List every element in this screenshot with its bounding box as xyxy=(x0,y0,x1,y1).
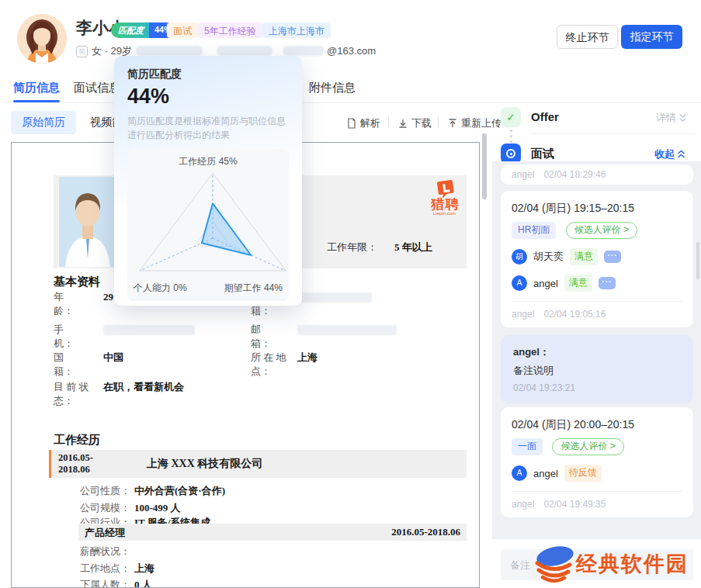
watermark-logo-icon xyxy=(533,543,574,585)
redacted-phone xyxy=(103,325,195,335)
candidate-eval-link[interactable]: 候选人评价 > xyxy=(552,438,623,455)
stage-round-tag: HR初面 xyxy=(512,222,556,239)
offer-details-label: 详情 xyxy=(656,111,676,125)
redacted-registry xyxy=(297,292,372,303)
liepin-logo-domain: Liepin.com xyxy=(433,211,456,216)
interviewer-row: A angel 满意 ··· xyxy=(512,275,682,292)
field-value-location: 上海 xyxy=(297,351,318,365)
timeline-log-card: angel 02/04 18:29:46 xyxy=(501,164,693,185)
parse-action[interactable]: 解析 xyxy=(346,116,380,130)
work-entry-period: 2016.05- 2018.06 xyxy=(58,452,93,476)
watermark: 经典软件园 xyxy=(533,541,699,586)
interviewer-row: 胡 胡天奕 满意 ··· xyxy=(512,248,682,265)
redacted-info xyxy=(136,46,203,56)
redacted-info xyxy=(217,46,272,56)
comment-bubble-icon[interactable]: ··· xyxy=(599,277,616,289)
radar-label-right: 期望工作 44% xyxy=(224,282,283,295)
active-tab-indicator xyxy=(13,100,60,102)
radar-chart xyxy=(132,168,293,282)
feedback-status-badge: 满意 xyxy=(564,275,592,292)
field-label-email: 邮 箱： xyxy=(251,323,297,351)
offer-details-toggle[interactable]: 详情 xyxy=(656,111,687,125)
company-type-value: 中外合营(合资·合作) xyxy=(134,484,225,498)
tab-interview-info[interactable]: 面试信息 xyxy=(74,81,120,95)
field-label-age: 年 龄： xyxy=(54,290,100,318)
assign-stage-button[interactable]: 指定环节 xyxy=(621,25,682,49)
basic-info-title: 基本资料 xyxy=(54,275,100,289)
main-scrollbar-thumb[interactable] xyxy=(482,133,487,199)
interviewer-name: angel xyxy=(533,468,558,479)
note-time: 02/04 19:23:21 xyxy=(513,382,681,393)
interview-collapse-label: 收起 xyxy=(654,147,675,161)
interviewer-avatar: A xyxy=(512,275,527,291)
download-action[interactable]: 下载 xyxy=(397,116,432,130)
tab-attachment-info[interactable]: 附件信息 xyxy=(309,81,356,95)
stage-round-tag: 一面 xyxy=(512,438,543,455)
experience-tag: 5年工作经验 xyxy=(198,22,262,38)
view-original-resume[interactable]: 原始简历 xyxy=(11,111,76,134)
popup-value: 44% xyxy=(127,85,289,109)
radar-label-top: 工作经历 45% xyxy=(132,155,284,168)
double-chevron-up-icon xyxy=(677,150,685,159)
radar-chart-card: 工作经历 45% 个人能力 0% 期望工作 44% xyxy=(127,149,289,301)
work-entry-company: 上海 XXX 科技有限公司 xyxy=(147,457,262,471)
candidate-eval-link[interactable]: 候选人评价 > xyxy=(566,222,637,239)
work-years-row: 工作年限： 5 年以上 xyxy=(327,240,432,254)
field-label-status: 目 前 状 态： xyxy=(54,380,100,408)
sidebar-scrollbar-thumb[interactable] xyxy=(696,242,699,279)
offer-stage-icon: ✓ xyxy=(501,107,521,127)
toolbar-divider xyxy=(438,117,439,128)
card-divider xyxy=(512,301,682,302)
field-value-nationality: 中国 xyxy=(103,351,123,365)
field-label-location: 所 在 地 点： xyxy=(251,351,297,379)
interview-datetime: 02/04 (周日) 19:15–20:15 xyxy=(512,202,682,216)
interview-collapse-toggle[interactable]: 收起 xyxy=(654,147,685,161)
toolbar-divider xyxy=(388,117,389,128)
candidate-detail-page: 李小小 匹配度 44% 面试 5年工作经验 上海市上海市 简 女 · 29岁 @… xyxy=(0,0,701,588)
log-user: angel xyxy=(512,169,534,180)
man-photo-icon xyxy=(59,177,116,267)
feedback-status-badge: 满意 xyxy=(570,248,598,265)
interviewer-name: angel xyxy=(533,278,558,289)
position-band: 产品经理 2016.05-2018.06 xyxy=(78,524,467,541)
feedback-status-badge: 待反馈 xyxy=(564,465,602,482)
double-chevron-down-icon xyxy=(678,113,687,123)
interviewer-row: A angel 待反馈 xyxy=(512,465,682,482)
note-author: angel： xyxy=(513,345,681,359)
log-time: 02/04 18:29:46 xyxy=(543,169,606,180)
note-card: angel： 备注说明 02/04 19:23:21 xyxy=(501,335,693,403)
reupload-label: 重新上传 xyxy=(461,116,501,130)
match-badge-label: 匹配度 xyxy=(111,22,149,38)
reupload-action[interactable]: 重新上传 xyxy=(447,116,501,130)
interview-stage-label: 面试 xyxy=(531,147,554,161)
tab-resume-info[interactable]: 简历信息 xyxy=(13,81,60,95)
position-title: 产品经理 xyxy=(85,526,125,540)
field-label-nationality: 国 籍： xyxy=(54,351,100,379)
card-divider xyxy=(512,491,682,492)
document-icon xyxy=(346,118,357,129)
main-tabbar: 简历信息 面试信息 附件信息 xyxy=(0,74,701,103)
company-size-label: 公司规模： xyxy=(80,501,130,515)
log-time: 02/04 19:05:16 xyxy=(543,309,606,320)
watermark-text: 经典软件园 xyxy=(576,550,689,578)
popup-description: 简历匹配度是根据标准简历与职位信息进行匹配分析得出的结果 xyxy=(127,114,289,142)
stage-tag: 面试 xyxy=(167,22,198,38)
comment-bubble-icon[interactable]: ··· xyxy=(604,251,621,263)
candidate-avatar xyxy=(17,14,67,64)
terminate-stage-button[interactable]: 终止环节 xyxy=(557,25,618,49)
position-period: 2016.05-2018.06 xyxy=(391,526,460,538)
interview-card: 02/04 (周日) 20:00–20:15 一面 候选人评价 > A ange… xyxy=(501,407,693,517)
interview-card: 02/04 (周日) 19:15–20:15 HR初面 候选人评价 > 胡 胡天… xyxy=(501,191,693,327)
interview-timeline-area: angel 02/04 18:29:46 02/04 (周日) 19:15–20… xyxy=(492,161,701,539)
redacted-email xyxy=(297,325,397,335)
field-value-age: 29 xyxy=(103,290,113,304)
work-exp-title: 工作经历 xyxy=(54,433,100,448)
field-label-phone: 手 机： xyxy=(54,323,100,351)
log-user: angel xyxy=(512,499,534,510)
woman-avatar-icon xyxy=(17,14,67,64)
stage-divider xyxy=(529,133,695,134)
parse-label: 解析 xyxy=(360,116,380,130)
salary-label: 薪酬状况： xyxy=(80,545,130,559)
interviewer-avatar: A xyxy=(512,465,527,481)
interviewer-avatar: 胡 xyxy=(512,249,527,265)
